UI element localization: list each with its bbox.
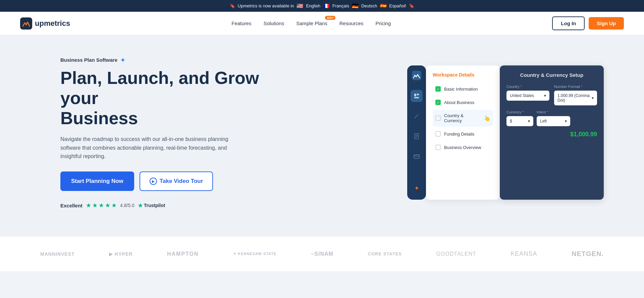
number-format-field: Number Format * 1,000.99 (Comma Dot) ▾ <box>554 85 597 105</box>
hero-badge: Business Plan Software ✦ <box>60 56 268 64</box>
country-field: Country * United States ▾ <box>506 85 549 105</box>
sidebar-icon-card[interactable] <box>411 150 423 162</box>
hero-buttons: Start Planning Now ▶ Take Video Tour <box>60 171 268 191</box>
trustpilot-logo: ★ Trustpilot <box>138 202 165 209</box>
star-4: ★ <box>105 202 110 209</box>
star-5: ★ <box>111 202 117 209</box>
cursor-icon: 👆 <box>483 114 491 122</box>
svg-rect-9 <box>414 155 419 158</box>
wp-checkbox-funding <box>435 131 441 137</box>
nav-actions: Log In Sign Up <box>552 16 624 30</box>
wp-checkbox-currency <box>435 115 441 121</box>
logo-icon <box>20 17 32 30</box>
app-logo-icon <box>412 71 421 82</box>
preview-amount: $1,000.99 <box>506 131 597 138</box>
wp-checkbox-about: ✓ <box>435 100 441 105</box>
trust-stars: ★ ★ ★ ★ ★ <box>86 202 117 209</box>
wp-item-currency[interactable]: Country & Currency 👆 <box>433 110 493 127</box>
currency-panel: Country & Currency Setup Country * Unite… <box>500 65 604 200</box>
partner-corestates: CORE STATES <box>368 251 402 256</box>
intent-label: Intent * <box>537 110 570 114</box>
wp-item-about[interactable]: ✓ About Business <box>433 96 493 108</box>
currency-intent-row: Currency * $ ▾ Intent * Left ▾ <box>506 110 597 126</box>
partner-hyper: ▶ HYPER <box>109 251 132 257</box>
svg-rect-2 <box>414 94 416 96</box>
banner-flag-us: 🔖 <box>230 3 235 8</box>
banner-available-text: Upmetrics is now available in <box>238 3 294 8</box>
wp-item-funding[interactable]: Funding Details <box>433 128 493 140</box>
top-banner: 🔖 Upmetrics is now available in 🇺🇸 Engli… <box>0 0 644 12</box>
partner-sinam: ~SINAM <box>311 251 333 257</box>
hero-content: Business Plan Software ✦ Plan, Launch, a… <box>60 56 268 209</box>
currency-grid: Country * United States ▾ Number Format … <box>506 85 597 105</box>
nav-features[interactable]: Features <box>231 20 251 26</box>
hero-title: Plan, Launch, and Grow your Business <box>60 68 268 128</box>
navbar: upmetrics Features Solutions Sample Plan… <box>0 12 644 35</box>
intent-select[interactable]: Left ▾ <box>537 116 570 126</box>
svg-rect-4 <box>414 97 419 98</box>
currency-panel-title: Country & Currency Setup <box>506 72 597 78</box>
svg-rect-0 <box>20 17 32 30</box>
workspace-panel-title: Workspace Details <box>433 72 493 78</box>
lang-german[interactable]: Deutsch <box>361 3 377 8</box>
sidebar-icon-doc[interactable] <box>411 130 423 142</box>
partner-hampton: HAMPTON <box>167 251 199 257</box>
svg-rect-3 <box>417 94 419 95</box>
app-mockup: ✦ Workspace Details ✓ Basic Information … <box>407 65 604 200</box>
wp-checkbox-overview <box>435 145 441 150</box>
partner-goodtalent: goodtalent <box>436 251 476 257</box>
nav-sample-plans-wrapper: Sample Plans 400+ <box>296 20 327 27</box>
wp-label-about: About Business <box>444 100 474 105</box>
trustpilot-row: Excellent ★ ★ ★ ★ ★ 4.8/5.0 ★ Trustpilot <box>60 202 268 209</box>
flag-us: 🇺🇸 <box>297 3 303 9</box>
start-planning-button[interactable]: Start Planning Now <box>60 171 134 191</box>
lang-english[interactable]: English <box>306 3 320 8</box>
tp-star-icon: ★ <box>138 202 143 209</box>
currency-select[interactable]: $ ▾ <box>506 116 533 126</box>
nav-pricing[interactable]: Pricing <box>375 20 391 26</box>
currency-field: Currency * $ ▾ <box>506 110 533 126</box>
hero-section: Business Plan Software ✦ Plan, Launch, a… <box>0 35 644 237</box>
flag-de: 🇩🇪 <box>352 3 359 9</box>
sparkle-icon: ✦ <box>120 56 126 64</box>
workspace-panel: Workspace Details ✓ Basic Information ✓ … <box>426 65 500 200</box>
app-sidebar: ✦ <box>407 65 426 200</box>
sample-plans-badge: 400+ <box>325 16 335 20</box>
logo[interactable]: upmetrics <box>20 17 70 30</box>
hero-description: Navigate the roadmap to success with our… <box>60 135 235 161</box>
logo-text: upmetrics <box>35 19 70 28</box>
wp-label-overview: Business Overview <box>444 145 481 150</box>
wp-label-funding: Funding Details <box>444 132 474 137</box>
partner-keansa: Keansa <box>511 250 537 257</box>
wp-label-currency: Country & Currency <box>444 113 479 123</box>
wp-checkbox-basic: ✓ <box>435 86 441 92</box>
lang-spanish[interactable]: Español! <box>389 3 407 8</box>
star-2: ★ <box>92 202 98 209</box>
sidebar-icon-edit[interactable] <box>411 110 423 122</box>
wp-item-overview[interactable]: Business Overview <box>433 141 493 153</box>
number-format-label: Number Format * <box>554 85 597 89</box>
nav-resources[interactable]: Resources <box>339 20 364 26</box>
flag-es: 🇪🇸 <box>380 3 387 9</box>
trust-label: Excellent <box>60 203 83 208</box>
lang-french[interactable]: Français <box>332 3 349 8</box>
nav-links: Features Solutions Sample Plans 400+ Res… <box>231 20 391 27</box>
country-label: Country * <box>506 85 549 89</box>
country-select[interactable]: United States ▾ <box>506 91 549 101</box>
banner-end-icon: 🔖 <box>409 3 414 8</box>
star-1: ★ <box>86 202 91 209</box>
number-format-select[interactable]: 1,000.99 (Comma Dot) ▾ <box>554 91 597 105</box>
wp-item-basic[interactable]: ✓ Basic Information <box>433 83 493 95</box>
partner-kennesaw: ✦ KENNESAW STATE <box>233 252 276 256</box>
play-icon: ▶ <box>150 178 157 185</box>
signup-button[interactable]: Sign Up <box>589 17 624 30</box>
login-button[interactable]: Log In <box>552 16 585 30</box>
sidebar-icon-plan[interactable] <box>411 90 423 102</box>
sidebar-icon-sparkle[interactable]: ✦ <box>411 182 423 194</box>
nav-solutions[interactable]: Solutions <box>263 20 284 26</box>
sidebar-m-icon <box>412 71 421 80</box>
wp-label-basic: Basic Information <box>444 87 478 92</box>
nav-sample-plans[interactable]: Sample Plans <box>296 20 327 26</box>
video-tour-button[interactable]: ▶ Take Video Tour <box>140 171 213 191</box>
partners-section: MANNINVEST ▶ HYPER HAMPTON ✦ KENNESAW ST… <box>0 237 644 271</box>
